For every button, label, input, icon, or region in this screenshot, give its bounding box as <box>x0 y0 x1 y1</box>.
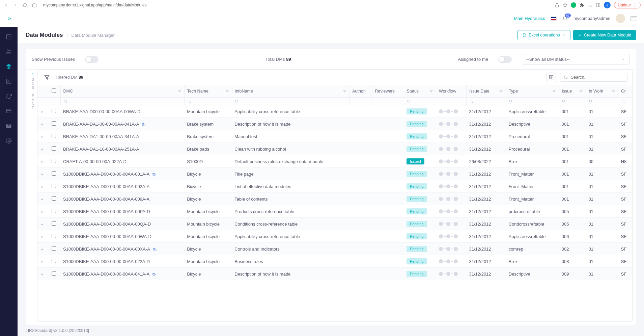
table-row[interactable]: ▸S1000DBIKE-AAA-D00-00-00-00AA-001A-A⧉₂B… <box>37 168 632 180</box>
assigned-toggle[interactable] <box>498 56 512 63</box>
expand-icon[interactable]: ▸ <box>37 130 47 143</box>
table-row[interactable]: ▸S1000DBIKE-AAA-D00-00-00-00AA-00WA-DMou… <box>37 230 632 243</box>
extension-icon-1[interactable] <box>571 2 576 8</box>
column-filter-cell[interactable] <box>404 98 436 105</box>
column-chooser-icon[interactable] <box>547 73 556 82</box>
table-row[interactable]: ▸BRAKE-AAA-D00-00-00-00AA-00WA-DMountain… <box>37 105 632 118</box>
column-header[interactable]: InfoName <box>232 85 349 98</box>
table-search[interactable] <box>560 73 627 82</box>
row-checkbox[interactable] <box>52 171 56 176</box>
copy-icon[interactable]: ⧉₂ <box>152 172 157 176</box>
column-filter-cell[interactable] <box>559 98 586 105</box>
column-header[interactable]: Reviewers <box>372 85 404 98</box>
reload-icon[interactable] <box>22 2 28 8</box>
user-avatar[interactable] <box>616 14 625 23</box>
share-icon[interactable] <box>555 3 559 7</box>
row-checkbox[interactable] <box>52 146 56 151</box>
column-filter-icon[interactable] <box>612 89 615 93</box>
table-row[interactable]: ▸S1000DBIKE-AAA-D00-00-00-00AA-041A-A⧉₂B… <box>37 268 632 280</box>
column-header[interactable]: Author <box>349 85 372 98</box>
select-all-th[interactable] <box>47 85 60 98</box>
column-filter-icon[interactable] <box>552 89 556 93</box>
copy-icon[interactable]: ⧉₂ <box>152 272 157 276</box>
row-checkbox[interactable] <box>52 196 56 201</box>
row-checkbox[interactable] <box>52 234 56 238</box>
row-checkbox[interactable] <box>52 209 56 213</box>
star-icon[interactable] <box>563 3 567 7</box>
list-icon[interactable] <box>588 3 592 7</box>
row-checkbox[interactable] <box>52 221 56 226</box>
sidebar-icon-mail[interactable] <box>5 122 12 130</box>
sidebar-icon-dashboard[interactable] <box>5 33 12 41</box>
status-select[interactable]: --Show all DM status-- <box>522 54 630 64</box>
table-row[interactable]: ▸S1000DBIKE-AAA-D00-00-00-00AA-009A-ABic… <box>37 193 632 205</box>
sidebar-icon-report[interactable] <box>5 78 12 85</box>
expand-icon[interactable]: ▸ <box>37 218 47 230</box>
column-header[interactable]: Tech Name <box>184 85 232 98</box>
column-filter-cell[interactable] <box>618 98 632 105</box>
filter-funnel-icon[interactable] <box>42 73 52 81</box>
sidebar-icon-settings[interactable] <box>5 137 12 145</box>
flag-icon[interactable] <box>551 17 557 21</box>
column-header[interactable]: DMC <box>60 85 184 98</box>
row-checkbox[interactable] <box>52 121 56 126</box>
column-filter-cell[interactable] <box>184 98 232 105</box>
expand-icon[interactable]: ▸ <box>37 268 47 280</box>
sidebar-icon-layers[interactable] <box>5 63 12 70</box>
column-filter-cell[interactable] <box>467 98 506 105</box>
column-header[interactable]: Workflow <box>436 85 467 98</box>
row-checkbox[interactable] <box>52 159 56 163</box>
sidebar-icon-module[interactable] <box>5 107 12 115</box>
table-row[interactable]: ▸S1000DBIKE-AAA-D00-00-00-00AA-00XA-A⧉₂B… <box>37 243 632 255</box>
sidebar-collapse-icon[interactable] <box>7 16 12 21</box>
column-header[interactable]: Issue <box>559 85 586 98</box>
copy-icon[interactable]: ⧉₂ <box>153 247 157 251</box>
sidebar-icon-users[interactable] <box>5 48 12 55</box>
address-bar[interactable]: mycompany.demo1.xignal.app/app/main/dm/d… <box>41 3 551 7</box>
column-header[interactable]: In Work <box>586 85 618 98</box>
expand-icon[interactable]: ▸ <box>37 243 47 255</box>
column-filter-cell[interactable] <box>232 98 349 105</box>
forward-icon[interactable] <box>13 2 18 8</box>
column-filter-cell[interactable] <box>60 98 184 105</box>
table-row[interactable]: ▸S1000DBIKE-AAA-D00-00-00-00AA-00QA-DMou… <box>37 218 632 230</box>
column-filter-cell[interactable] <box>586 98 618 105</box>
home-icon[interactable] <box>32 2 37 8</box>
expand-icon[interactable]: ▸ <box>37 105 47 118</box>
row-checkbox[interactable] <box>52 259 56 263</box>
column-filter-icon[interactable] <box>579 89 583 93</box>
column-header[interactable]: Status <box>404 85 436 98</box>
column-filter-icon[interactable] <box>343 89 346 93</box>
table-row[interactable]: ▸S1000DBIKE-AAA-D00-00-00-00AA-002A-ABic… <box>37 180 632 193</box>
expand-icon[interactable]: ▸ <box>37 168 47 180</box>
table-row[interactable]: ▸CRAFT-A-00-00-00-00A-022A-DS1000DDefaul… <box>37 155 632 168</box>
sidebar-icon-refresh[interactable] <box>5 93 12 100</box>
table-row[interactable]: ▸BRAKE-AAA-DA1-00-00-00AA-041A-A⧉₂Brake … <box>37 118 632 130</box>
search-input[interactable] <box>571 75 624 80</box>
column-filter-icon[interactable] <box>178 89 181 93</box>
update-button[interactable]: Update ⋮ <box>614 2 641 8</box>
row-checkbox[interactable] <box>52 109 56 113</box>
excel-operations-button[interactable]: Excel operations <box>517 30 570 40</box>
expand-icon[interactable]: ▸ <box>37 118 47 130</box>
column-filter-cell[interactable] <box>506 98 559 105</box>
row-checkbox[interactable] <box>52 184 56 188</box>
expand-icon[interactable]: ▸ <box>37 180 47 193</box>
expand-icon[interactable]: ▸ <box>37 205 47 218</box>
panel-icon[interactable] <box>596 3 600 7</box>
row-checkbox[interactable] <box>52 271 56 276</box>
nav-link-main[interactable]: Main Hydraulics <box>514 16 545 21</box>
card-icon[interactable] <box>631 16 637 21</box>
expand-icon[interactable]: ▸ <box>37 230 47 243</box>
column-filter-icon[interactable] <box>225 89 229 93</box>
notification-bell[interactable]: 82 <box>562 16 568 22</box>
pane-collapse-icon[interactable] <box>31 72 35 76</box>
copy-icon[interactable]: ⧉₂ <box>142 122 146 126</box>
column-filter-icon[interactable] <box>429 89 433 93</box>
expand-icon[interactable]: ▸ <box>37 143 47 155</box>
column-header[interactable]: Type <box>506 85 559 98</box>
select-all-checkbox[interactable] <box>52 88 56 93</box>
puzzle-icon[interactable] <box>580 3 584 7</box>
expand-icon[interactable]: ▸ <box>37 193 47 205</box>
row-checkbox[interactable] <box>52 246 56 251</box>
